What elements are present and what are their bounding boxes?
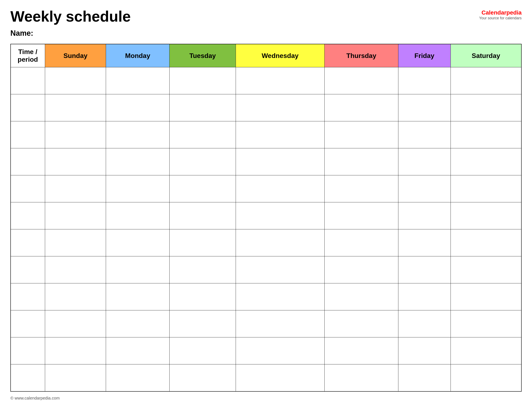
day-cell[interactable] xyxy=(45,364,106,391)
day-cell[interactable] xyxy=(324,67,398,94)
day-cell[interactable] xyxy=(169,148,236,175)
time-cell[interactable] xyxy=(11,121,45,148)
day-cell[interactable] xyxy=(398,148,451,175)
day-cell[interactable] xyxy=(398,310,451,337)
weekly-schedule-table: Time / period Sunday Monday Tuesday Wedn… xyxy=(10,44,522,392)
day-cell[interactable] xyxy=(106,121,169,148)
time-cell[interactable] xyxy=(11,364,45,391)
day-cell[interactable] xyxy=(169,175,236,202)
day-cell[interactable] xyxy=(324,283,398,310)
day-cell[interactable] xyxy=(398,202,451,229)
day-cell[interactable] xyxy=(324,121,398,148)
day-cell[interactable] xyxy=(398,283,451,310)
day-cell[interactable] xyxy=(236,148,325,175)
day-cell[interactable] xyxy=(45,148,106,175)
day-cell[interactable] xyxy=(451,310,521,337)
day-cell[interactable] xyxy=(236,310,325,337)
header-row: Time / period Sunday Monday Tuesday Wedn… xyxy=(11,44,521,67)
day-cell[interactable] xyxy=(236,229,325,256)
day-cell[interactable] xyxy=(106,175,169,202)
day-cell[interactable] xyxy=(236,202,325,229)
day-cell[interactable] xyxy=(451,337,521,364)
day-cell[interactable] xyxy=(106,67,169,94)
day-cell[interactable] xyxy=(236,364,325,391)
day-cell[interactable] xyxy=(324,337,398,364)
day-cell[interactable] xyxy=(324,364,398,391)
day-cell[interactable] xyxy=(106,202,169,229)
day-cell[interactable] xyxy=(45,67,106,94)
day-cell[interactable] xyxy=(324,310,398,337)
day-cell[interactable] xyxy=(45,202,106,229)
day-cell[interactable] xyxy=(236,337,325,364)
day-cell[interactable] xyxy=(451,94,521,121)
day-cell[interactable] xyxy=(398,67,451,94)
day-cell[interactable] xyxy=(324,94,398,121)
day-cell[interactable] xyxy=(398,121,451,148)
day-cell[interactable] xyxy=(451,283,521,310)
day-cell[interactable] xyxy=(169,337,236,364)
day-cell[interactable] xyxy=(169,256,236,283)
day-cell[interactable] xyxy=(324,175,398,202)
time-cell[interactable] xyxy=(11,67,45,94)
day-cell[interactable] xyxy=(106,337,169,364)
day-cell[interactable] xyxy=(398,94,451,121)
day-cell[interactable] xyxy=(451,67,521,94)
day-cell[interactable] xyxy=(169,202,236,229)
time-cell[interactable] xyxy=(11,283,45,310)
day-cell[interactable] xyxy=(45,283,106,310)
day-cell[interactable] xyxy=(324,202,398,229)
time-cell[interactable] xyxy=(11,175,45,202)
day-cell[interactable] xyxy=(451,229,521,256)
day-cell[interactable] xyxy=(106,229,169,256)
day-cell[interactable] xyxy=(45,310,106,337)
day-cell[interactable] xyxy=(451,175,521,202)
day-cell[interactable] xyxy=(45,175,106,202)
day-cell[interactable] xyxy=(398,337,451,364)
footer: © www.calendarpedia.com xyxy=(10,396,522,400)
day-cell[interactable] xyxy=(106,256,169,283)
day-cell[interactable] xyxy=(398,229,451,256)
day-cell[interactable] xyxy=(169,283,236,310)
day-cell[interactable] xyxy=(236,283,325,310)
day-cell[interactable] xyxy=(236,67,325,94)
day-cell[interactable] xyxy=(324,229,398,256)
day-cell[interactable] xyxy=(169,94,236,121)
day-cell[interactable] xyxy=(451,202,521,229)
day-cell[interactable] xyxy=(451,148,521,175)
day-cell[interactable] xyxy=(236,121,325,148)
day-cell[interactable] xyxy=(451,364,521,391)
day-cell[interactable] xyxy=(324,148,398,175)
day-cell[interactable] xyxy=(45,337,106,364)
day-cell[interactable] xyxy=(169,364,236,391)
day-cell[interactable] xyxy=(45,229,106,256)
header-thursday: Thursday xyxy=(324,44,398,67)
day-cell[interactable] xyxy=(398,364,451,391)
day-cell[interactable] xyxy=(169,310,236,337)
day-cell[interactable] xyxy=(169,229,236,256)
day-cell[interactable] xyxy=(451,256,521,283)
day-cell[interactable] xyxy=(236,94,325,121)
day-cell[interactable] xyxy=(169,121,236,148)
day-cell[interactable] xyxy=(106,310,169,337)
day-cell[interactable] xyxy=(45,121,106,148)
time-cell[interactable] xyxy=(11,310,45,337)
day-cell[interactable] xyxy=(236,256,325,283)
time-cell[interactable] xyxy=(11,337,45,364)
day-cell[interactable] xyxy=(451,121,521,148)
time-cell[interactable] xyxy=(11,202,45,229)
day-cell[interactable] xyxy=(398,175,451,202)
day-cell[interactable] xyxy=(169,67,236,94)
time-cell[interactable] xyxy=(11,229,45,256)
time-cell[interactable] xyxy=(11,256,45,283)
day-cell[interactable] xyxy=(324,256,398,283)
time-cell[interactable] xyxy=(11,94,45,121)
day-cell[interactable] xyxy=(45,94,106,121)
day-cell[interactable] xyxy=(45,256,106,283)
day-cell[interactable] xyxy=(106,94,169,121)
day-cell[interactable] xyxy=(398,256,451,283)
day-cell[interactable] xyxy=(236,175,325,202)
day-cell[interactable] xyxy=(106,148,169,175)
day-cell[interactable] xyxy=(106,364,169,391)
time-cell[interactable] xyxy=(11,148,45,175)
day-cell[interactable] xyxy=(106,283,169,310)
